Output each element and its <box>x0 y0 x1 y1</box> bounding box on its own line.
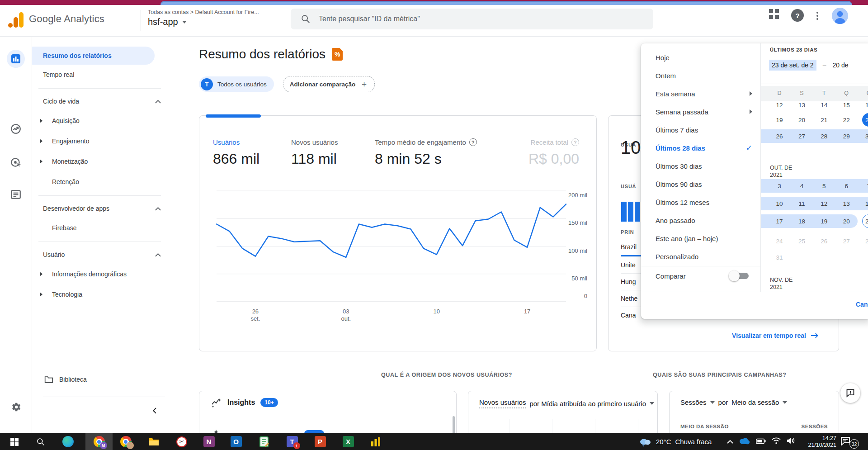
cancel-button[interactable]: Cancelar <box>856 301 868 308</box>
calendar-day[interactable]: 16 <box>862 101 868 112</box>
sidebar-section-desenvolvedor-de-apps[interactable]: Desenvolvedor de apps <box>32 199 172 218</box>
insights-header[interactable]: Insights 10+ <box>211 398 278 407</box>
feedback-button[interactable] <box>840 383 860 403</box>
taskbar-chrome-profile-avatar[interactable] <box>112 433 139 450</box>
calendar-day[interactable]: 12 <box>773 101 786 112</box>
info-icon[interactable]: ? <box>469 138 477 146</box>
property-selector[interactable]: hsf-app <box>148 17 187 27</box>
audience-chip[interactable]: T Todos os usuários <box>199 76 274 92</box>
sidebar-item-biblioteca[interactable]: Biblioteca <box>32 370 87 388</box>
calendar-day[interactable]: 17 <box>773 214 786 228</box>
metric-novos-usuarios[interactable]: Novos usuários118 mil <box>291 138 338 167</box>
calendar-day[interactable]: 28 <box>862 234 868 248</box>
calendar-day[interactable]: 13 <box>795 101 808 112</box>
sidebar-item-tempo-real[interactable]: Tempo real <box>32 65 172 85</box>
calendar-day[interactable]: 13 <box>840 197 853 210</box>
compare-toggle[interactable] <box>729 270 750 282</box>
calendar-day[interactable]: 6 <box>840 179 853 193</box>
sidebar-section-ciclo-de-vida[interactable]: Ciclo de vida <box>32 92 172 110</box>
calendar-day[interactable]: 11 <box>795 197 808 210</box>
calendar-day[interactable]: 21 <box>817 113 831 127</box>
date-preset-ultimos-12-meses[interactable]: Últimos 12 meses <box>641 193 760 211</box>
calendar-day[interactable]: 29 <box>840 129 853 143</box>
calendar-day[interactable]: 4 <box>795 179 808 193</box>
advertising-nav-icon[interactable] <box>7 154 25 172</box>
taskbar-edge-browser[interactable] <box>54 433 81 450</box>
date-preset-ano-passado[interactable]: Ano passado <box>641 211 760 229</box>
chevron-up-icon[interactable] <box>727 438 733 446</box>
start-date-input[interactable]: 23 de set. de 2 <box>769 60 816 71</box>
breadcrumb[interactable]: Todas as contas > Default Account for Fi… <box>148 9 259 15</box>
calendar-day[interactable]: 3 <box>773 179 786 193</box>
date-preset-hoje[interactable]: Hoje <box>641 48 760 66</box>
metric-usuarios[interactable]: Usuários866 mil <box>213 138 259 167</box>
calendar-day[interactable]: 23 <box>862 113 868 127</box>
calendar-day[interactable]: 31 <box>773 251 786 264</box>
scrollbar-thumb[interactable] <box>453 416 455 434</box>
google-analytics-logo-icon[interactable] <box>7 11 25 29</box>
sidebar-item-resumo-dos-relatorios[interactable]: Resumo dos relatórios <box>32 47 155 65</box>
taskbar-clock[interactable]: 14:27 21/10/2021 <box>798 435 836 449</box>
taskbar-excel[interactable]: X <box>335 433 362 450</box>
battery-icon[interactable] <box>756 438 766 446</box>
end-date-input[interactable]: 20 de <box>832 62 848 69</box>
view-realtime-link[interactable]: Visualizar em tempo real <box>732 332 819 339</box>
notification-center-button[interactable]: 32 <box>840 436 859 448</box>
more-menu-icon[interactable] <box>816 10 818 21</box>
taskbar-powerpoint[interactable]: P <box>307 433 334 450</box>
taskbar-search-button[interactable] <box>27 433 54 450</box>
calendar-day[interactable]: 15 <box>840 101 853 112</box>
sidebar-item-aquisicao[interactable]: Aquisição <box>32 110 172 131</box>
wifi-icon[interactable] <box>772 437 781 446</box>
date-preset-este-ano-jan-hoje[interactable]: Este ano (jan – hoje) <box>641 229 760 247</box>
taskbar-file-explorer[interactable] <box>140 433 167 450</box>
calendar-day[interactable]: 22 <box>840 113 853 127</box>
taskbar-onenote[interactable]: N <box>195 433 222 450</box>
account-avatar[interactable] <box>832 8 848 24</box>
sidebar-item-monetizacao[interactable]: Monetização <box>32 151 172 171</box>
info-icon[interactable]: ? <box>571 138 579 146</box>
calendar-day[interactable]: 14 <box>817 101 831 112</box>
calendar-day[interactable]: 30 <box>862 129 868 143</box>
date-preset-ultimos-7-dias[interactable]: Últimos 7 dias <box>641 121 760 139</box>
calendar-day[interactable]: 20 <box>795 113 808 127</box>
date-preset-ultimos-30-dias[interactable]: Últimos 30 dias <box>641 157 760 175</box>
dimension-selector[interactable]: Meio da sessão <box>731 398 779 406</box>
taskbar-outlook[interactable]: O <box>222 433 250 450</box>
search-input[interactable]: Tente pesquisar "ID da métrica" <box>291 9 653 29</box>
add-comparison-button[interactable]: Adicionar comparação ＋ <box>283 76 375 92</box>
browser-tab[interactable] <box>160 1 852 5</box>
metric-tempo-engajamento[interactable]: Tempo médio de engajamento? 8 min 52 s <box>375 138 477 167</box>
calendar-day[interactable]: 14 <box>862 197 868 210</box>
taskbar-power-bi[interactable] <box>362 433 389 450</box>
calendar-day[interactable]: 7 <box>862 179 868 193</box>
collapse-sidebar-button[interactable] <box>151 406 161 417</box>
calendar-day[interactable]: 26 <box>817 234 831 248</box>
date-preset-ultimos-28-dias[interactable]: Últimos 28 dias✓ <box>641 139 760 157</box>
calendar-day[interactable]: 10 <box>773 197 786 210</box>
reports-nav-icon[interactable] <box>7 50 25 68</box>
taskbar-chrome-profile-m[interactable]: M <box>85 433 113 450</box>
calendar-day[interactable]: 28 <box>817 129 831 143</box>
date-preset-ultimos-90-dias[interactable]: Últimos 90 dias <box>641 175 760 193</box>
calendar-day[interactable]: 20 <box>840 214 853 228</box>
taskbar-weather[interactable]: 20°C Chuva fraca <box>638 433 712 450</box>
taskbar-teams[interactable]: T1 <box>278 433 306 450</box>
metric-selector[interactable]: Sessões <box>680 398 707 406</box>
calendar-day[interactable]: 27 <box>795 129 808 143</box>
help-icon[interactable]: ? <box>791 9 804 22</box>
metric-receita-total[interactable]: Receita total? R$ 0,00 <box>528 138 579 167</box>
calendar-day[interactable]: 27 <box>840 234 853 248</box>
onedrive-icon[interactable] <box>739 437 750 446</box>
calendar-day[interactable]: 19 <box>773 113 786 127</box>
date-preset-personalizado[interactable]: Personalizado <box>641 247 760 265</box>
calendar-day[interactable]: 25 <box>795 234 808 248</box>
calendar-day[interactable]: 12 <box>817 197 831 210</box>
mid-card-title[interactable]: Novos usuários por Mídia atribuída ao pr… <box>479 398 654 408</box>
volume-icon[interactable] <box>787 437 795 446</box>
sidebar-item-engajamento[interactable]: Engajamento <box>32 131 172 151</box>
sidebar-item-firebase[interactable]: Firebase <box>32 218 172 238</box>
calendar-day[interactable]: 18 <box>795 214 808 228</box>
users-line-chart[interactable]: 200 mil150 mil100 mil50 mil026set.03out.… <box>199 184 596 333</box>
admin-gear-icon[interactable] <box>7 398 25 416</box>
